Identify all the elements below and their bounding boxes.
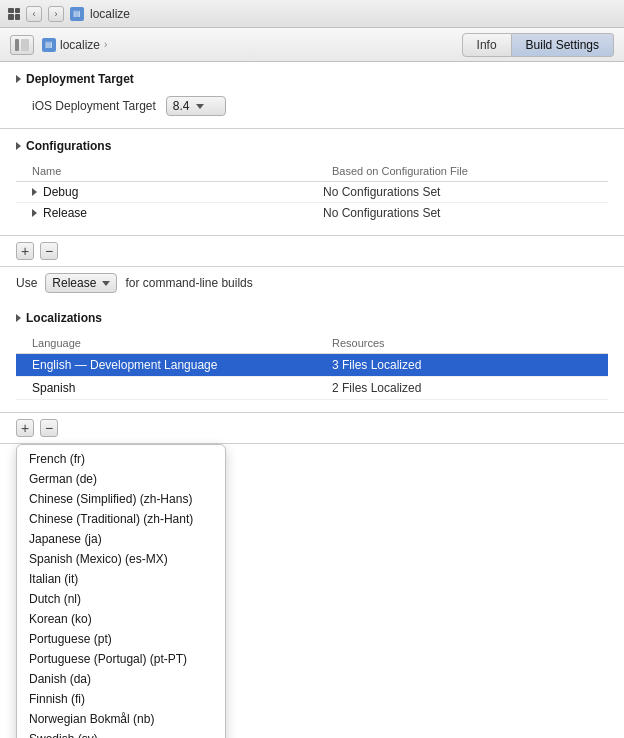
config-row-triangle-debug bbox=[32, 188, 37, 196]
config-value-debug: No Configurations Set bbox=[323, 185, 592, 199]
config-table-header: Name Based on Configuration File bbox=[16, 163, 608, 182]
loc-table-header: Language Resources bbox=[16, 335, 608, 354]
add-config-button[interactable]: + bbox=[16, 242, 34, 260]
configurations-title: Configurations bbox=[26, 139, 111, 153]
config-row-release: Release No Configurations Set bbox=[16, 203, 608, 223]
section-triangle-deployment bbox=[16, 75, 21, 83]
localizations-header: Localizations bbox=[16, 311, 608, 325]
deployment-row: iOS Deployment Target 8.4 bbox=[16, 96, 608, 116]
lang-item-fr[interactable]: French (fr) bbox=[17, 449, 225, 469]
use-config-dropdown[interactable]: Release bbox=[45, 273, 117, 293]
lang-item-sv[interactable]: Swedish (sv) bbox=[17, 729, 225, 738]
loc-toolbar: + − bbox=[0, 413, 624, 444]
col-config-header: Based on Configuration File bbox=[332, 165, 592, 177]
loc-res-spanish: 2 Files Localized bbox=[332, 381, 592, 395]
deployment-target-title: Deployment Target bbox=[26, 72, 134, 86]
lang-item-ja[interactable]: Japanese (ja) bbox=[17, 529, 225, 549]
lang-item-da[interactable]: Danish (da) bbox=[17, 669, 225, 689]
loc-lang-english: English — Development Language bbox=[32, 358, 332, 372]
use-dropdown-arrow-icon bbox=[102, 281, 110, 286]
lang-item-zh-hant[interactable]: Chinese (Traditional) (zh-Hant) bbox=[17, 509, 225, 529]
file-icon: ▤ bbox=[70, 7, 84, 21]
forward-button[interactable]: › bbox=[48, 6, 64, 22]
ios-version-dropdown[interactable]: 8.4 bbox=[166, 96, 226, 116]
svg-rect-1 bbox=[21, 39, 29, 51]
localizations-title: Localizations bbox=[26, 311, 102, 325]
add-lang-button[interactable]: + bbox=[16, 419, 34, 437]
use-label: Use bbox=[16, 276, 37, 290]
configurations-header: Configurations bbox=[16, 139, 608, 153]
lang-item-nl[interactable]: Dutch (nl) bbox=[17, 589, 225, 609]
config-value-release: No Configurations Set bbox=[323, 206, 592, 220]
config-row-triangle-release bbox=[32, 209, 37, 217]
lang-item-it[interactable]: Italian (it) bbox=[17, 569, 225, 589]
breadcrumb: ▤ localize › bbox=[42, 38, 462, 52]
remove-config-button[interactable]: − bbox=[40, 242, 58, 260]
use-row: Use Release for command-line builds bbox=[0, 267, 624, 301]
title-bar: ‹ › ▤ localize bbox=[0, 0, 624, 28]
col-name-header: Name bbox=[32, 165, 332, 177]
lang-item-zh-hans[interactable]: Chinese (Simplified) (zh-Hans) bbox=[17, 489, 225, 509]
config-name-release: Release bbox=[43, 206, 323, 220]
ios-version-value: 8.4 bbox=[173, 99, 190, 113]
back-button[interactable]: ‹ bbox=[26, 6, 42, 22]
lang-item-de[interactable]: German (de) bbox=[17, 469, 225, 489]
loc-col-res-header: Resources bbox=[332, 337, 592, 349]
config-toolbar: + − bbox=[0, 236, 624, 267]
lang-item-ko[interactable]: Korean (ko) bbox=[17, 609, 225, 629]
lang-item-pt-pt[interactable]: Portuguese (Portugal) (pt-PT) bbox=[17, 649, 225, 669]
grid-icon bbox=[8, 8, 20, 20]
loc-row-spanish[interactable]: Spanish 2 Files Localized bbox=[16, 377, 608, 400]
tab-info[interactable]: Info bbox=[462, 33, 512, 57]
lang-item-pt[interactable]: Portuguese (pt) bbox=[17, 629, 225, 649]
lang-item-nb[interactable]: Norwegian Bokmål (nb) bbox=[17, 709, 225, 729]
tab-group: Info Build Settings bbox=[462, 33, 614, 57]
breadcrumb-icon: ▤ bbox=[42, 38, 56, 52]
window-title: localize bbox=[90, 7, 130, 21]
deployment-target-section: Deployment Target iOS Deployment Target … bbox=[0, 62, 624, 129]
section-triangle-loc bbox=[16, 314, 21, 322]
ios-deployment-label: iOS Deployment Target bbox=[32, 99, 156, 113]
remove-lang-button[interactable]: − bbox=[40, 419, 58, 437]
lang-item-es-mx[interactable]: Spanish (Mexico) (es-MX) bbox=[17, 549, 225, 569]
breadcrumb-text: localize bbox=[60, 38, 100, 52]
svg-rect-0 bbox=[15, 39, 19, 51]
loc-row-english[interactable]: English — Development Language 3 Files L… bbox=[16, 354, 608, 377]
loc-res-english: 3 Files Localized bbox=[332, 358, 592, 372]
config-row-debug: Debug No Configurations Set bbox=[16, 182, 608, 203]
section-triangle-config bbox=[16, 142, 21, 150]
localizations-section: Localizations Language Resources English… bbox=[0, 301, 624, 413]
use-config-value: Release bbox=[52, 276, 96, 290]
tab-bar: ▤ localize › Info Build Settings bbox=[0, 28, 624, 62]
loc-lang-spanish: Spanish bbox=[32, 381, 332, 395]
deployment-target-header: Deployment Target bbox=[16, 72, 608, 86]
use-suffix: for command-line builds bbox=[125, 276, 252, 290]
window-controls bbox=[8, 8, 20, 20]
breadcrumb-arrow: › bbox=[104, 39, 107, 50]
lang-item-fi[interactable]: Finnish (fi) bbox=[17, 689, 225, 709]
language-dropdown-menu: French (fr) German (de) Chinese (Simplif… bbox=[16, 444, 226, 738]
dropdown-arrow-icon bbox=[196, 104, 204, 109]
tab-build-settings[interactable]: Build Settings bbox=[512, 33, 614, 57]
main-content: Deployment Target iOS Deployment Target … bbox=[0, 62, 624, 738]
configurations-section: Configurations Name Based on Configurati… bbox=[0, 129, 624, 236]
sidebar-toggle-button[interactable] bbox=[10, 35, 34, 55]
config-name-debug: Debug bbox=[43, 185, 323, 199]
loc-col-lang-header: Language bbox=[32, 337, 332, 349]
